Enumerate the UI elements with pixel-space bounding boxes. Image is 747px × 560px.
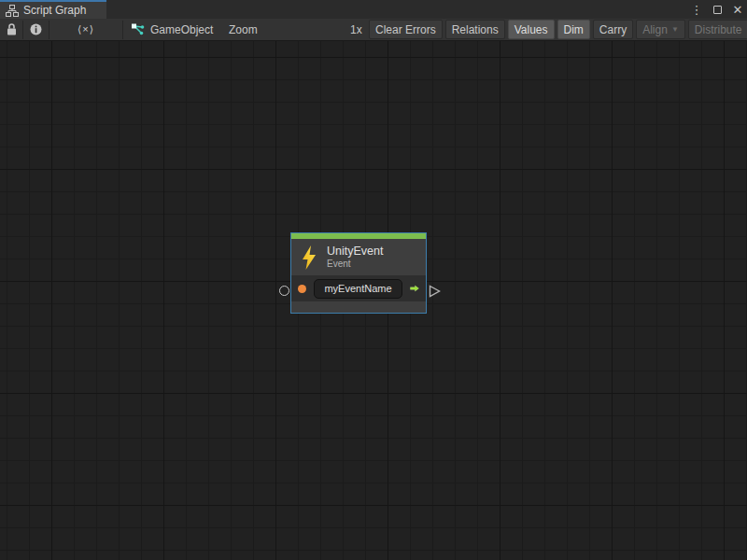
unity-event-node[interactable]: UnityEvent Event (290, 232, 427, 314)
clear-errors-button[interactable]: Clear Errors (369, 20, 443, 39)
zoom-label: Zoom (229, 23, 258, 36)
edit-graph-button[interactable]: ⟨×⟩ (49, 19, 122, 40)
tab-script-graph[interactable]: Script Graph (0, 0, 106, 19)
circle-port-icon[interactable] (279, 286, 289, 296)
align-dropdown[interactable]: Align▼ (636, 20, 685, 39)
node-subtitle: Event (327, 259, 383, 270)
lightning-bolt-icon (301, 245, 317, 270)
script-graph-window: Script Graph ⋮ ✕ ⟨×⟩ (0, 0, 747, 560)
target-label: GameObject (150, 23, 213, 36)
toolbar-buttons: Clear Errors Relations Values Dim Carry … (369, 20, 747, 39)
relations-button[interactable]: Relations (445, 20, 505, 39)
graph-toolbar: ⟨×⟩ GameObject Zoom 1x Clear Errors Rela… (0, 19, 747, 41)
info-icon (30, 23, 42, 35)
green-arrow-icon[interactable] (410, 282, 419, 295)
event-name-input-port[interactable] (298, 285, 306, 293)
distribute-dropdown[interactable]: Distribute▼ (688, 20, 747, 39)
node-header: UnityEvent Event (291, 239, 426, 275)
window-controls: ⋮ ✕ (689, 0, 745, 19)
node-title: UnityEvent (327, 245, 383, 259)
lock-icon (7, 23, 17, 35)
lock-button[interactable] (0, 19, 22, 40)
maximize-icon[interactable] (710, 2, 725, 17)
code-brackets-icon: ⟨×⟩ (78, 23, 94, 35)
node-footer (291, 301, 426, 313)
values-button[interactable]: Values (508, 20, 555, 39)
carry-button[interactable]: Carry (593, 20, 633, 39)
node-titles: UnityEvent Event (327, 245, 383, 270)
title-bar: Script Graph ⋮ ✕ (0, 0, 747, 19)
graph-target[interactable]: GameObject (131, 19, 213, 40)
separator (122, 21, 123, 39)
chevron-down-icon: ▼ (671, 25, 679, 34)
dim-button[interactable]: Dim (557, 20, 590, 39)
zoom-value: 1x (350, 23, 362, 36)
script-graph-icon (6, 5, 19, 17)
triangle-port-icon[interactable] (429, 285, 441, 298)
tab-title: Script Graph (23, 4, 86, 17)
graph-canvas[interactable]: UnityEvent Event (0, 41, 747, 560)
event-name-field[interactable] (314, 279, 402, 299)
info-button[interactable] (23, 19, 49, 40)
graph-asset-icon (131, 23, 145, 36)
kebab-menu-icon[interactable]: ⋮ (689, 2, 704, 17)
close-icon[interactable]: ✕ (730, 2, 745, 17)
node-port-row (291, 275, 426, 301)
